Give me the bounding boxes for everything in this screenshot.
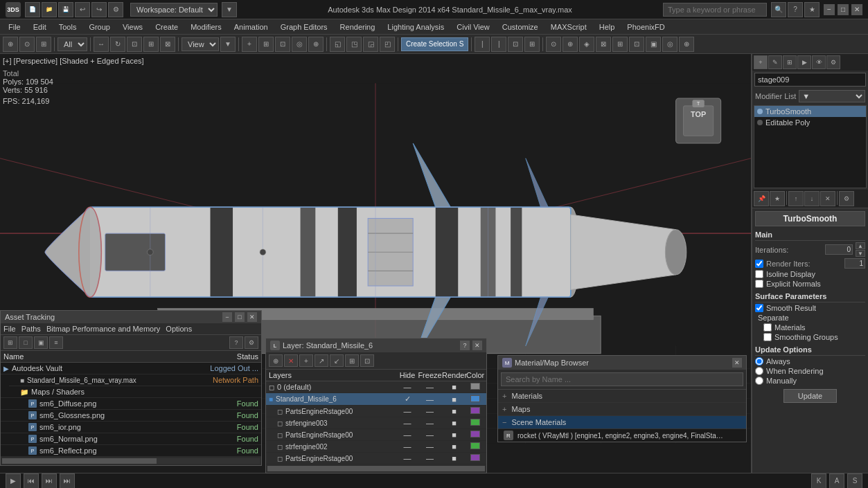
asset-maximize-btn[interactable]: □ (235, 312, 245, 322)
strfengine3-color[interactable] (466, 419, 484, 427)
isoline-checkbox[interactable] (755, 270, 763, 278)
layer-row-strfengine3[interactable]: ◻ strfengine003 — — ■ (266, 417, 486, 429)
tb-misc9-btn[interactable]: ⊞ (612, 37, 628, 52)
modifier-dropdown[interactable]: ▼ (799, 90, 865, 102)
asset-tb-btn4[interactable]: ≡ (49, 336, 63, 349)
menu-phoenixfd[interactable]: PhoenixFD (621, 21, 670, 33)
layer-close-btn[interactable]: ✕ (472, 341, 482, 350)
asset-menu-paths[interactable]: Paths (21, 325, 41, 333)
menu-help[interactable]: Help (594, 21, 621, 33)
tb-select-btn[interactable]: ⊕ (3, 37, 18, 52)
tb-rotate-btn[interactable]: ↻ (110, 37, 125, 52)
menu-customize[interactable]: Customize (497, 21, 544, 33)
rpanel-tab-create[interactable]: + (754, 55, 768, 69)
layer-help-btn[interactable]: ? (460, 341, 470, 350)
menu-graph-editors[interactable]: Graph Editors (275, 21, 333, 33)
view-dropdown[interactable]: View (181, 37, 219, 51)
smoothing-groups-checkbox[interactable] (763, 333, 772, 341)
layer-scrollbar-thumb[interactable] (267, 466, 485, 471)
tb-misc6-btn[interactable]: ⊕ (563, 37, 578, 52)
asset-settings-btn[interactable]: ⚙ (245, 336, 258, 349)
help-btn[interactable]: ? (788, 2, 803, 17)
play-btn[interactable]: ▶ (6, 473, 21, 489)
layer-tb-btn7[interactable]: ⊡ (360, 354, 374, 367)
asset-row-glossnes[interactable]: P sm6_Glossnes.png Found (1, 410, 261, 422)
tb-misc8-btn[interactable]: ⊠ (596, 37, 611, 52)
rpanel-tab-utilities[interactable]: ⚙ (826, 55, 840, 69)
tb-tool5-btn[interactable]: ⊠ (160, 37, 175, 52)
tb-misc2-btn[interactable]: | (491, 37, 506, 52)
asset-tb-btn1[interactable]: ⊞ (3, 336, 17, 349)
default-color-cell[interactable] (466, 383, 484, 391)
asset-row-vault[interactable]: ▶ Autodesk Vault Logged Out ... (1, 363, 261, 374)
layer-tb-btn6[interactable]: ⊞ (345, 354, 359, 367)
asset-row-reflect[interactable]: P sm6_Reflect.png Found (1, 445, 261, 457)
asset-menu-options[interactable]: Options (166, 325, 192, 333)
tb-obj2-btn[interactable]: ◲ (363, 37, 378, 52)
tb-snap4-btn[interactable]: ⊕ (308, 37, 324, 52)
parts1-color[interactable] (466, 407, 484, 415)
tb-move-btn[interactable]: ↔ (94, 37, 109, 52)
menu-group[interactable]: Group (83, 21, 116, 33)
rpanel-highlight-btn[interactable]: ★ (770, 191, 785, 206)
tb-misc4-btn[interactable]: ⊞ (524, 37, 540, 52)
tb-misc11-btn[interactable]: ▣ (646, 37, 661, 52)
tb-xform-btn[interactable]: + (242, 37, 257, 52)
tb-obj-btn[interactable]: ◳ (346, 37, 362, 52)
turbosmooth-section-title[interactable]: TurboSmooth (755, 211, 865, 226)
auto-key-btn[interactable]: A (829, 473, 844, 489)
tb-obj3-btn[interactable]: ◰ (380, 37, 395, 52)
tb-misc10-btn[interactable]: ⊡ (629, 37, 644, 52)
menu-rendering[interactable]: Rendering (335, 21, 381, 33)
save-btn[interactable]: 💾 (58, 2, 73, 17)
layer-tb-btn1[interactable]: ⊕ (269, 354, 283, 367)
layer-tb-btn2[interactable]: ✕ (284, 354, 298, 367)
workspace-expand-btn[interactable]: ▼ (222, 2, 237, 17)
always-radio[interactable] (755, 357, 763, 365)
workspace-dropdown[interactable]: Workspace: Default (130, 3, 218, 17)
strfengine2-color[interactable] (466, 442, 484, 451)
maximize-btn[interactable]: □ (838, 4, 849, 15)
render-iters-checkbox[interactable] (755, 260, 763, 268)
modifier-editable-poly[interactable]: Editable Poly (754, 117, 866, 128)
smooth-result-checkbox[interactable] (755, 304, 763, 312)
tb-misc3-btn[interactable]: ⊡ (508, 37, 523, 52)
iterations-up[interactable]: ▲ (856, 242, 865, 249)
asset-close-btn[interactable]: ✕ (247, 312, 257, 322)
tb-layer-btn[interactable]: ◱ (330, 37, 345, 52)
keyword-search-input[interactable] (663, 3, 767, 17)
layer-row-parts3[interactable]: ◻ PartsEngineRstage00 — — ■ (266, 453, 486, 464)
asset-row-missile-file[interactable]: ■ Standard_Missile_6_max_vray.max Networ… (9, 374, 261, 386)
key-btn[interactable]: K (811, 473, 826, 489)
mat-close-btn[interactable]: ✕ (732, 358, 742, 368)
asset-row-diffuse[interactable]: P sm6_Diffuse.png Found (1, 398, 261, 410)
asset-menu-bitmap[interactable]: Bitmap Performance and Memory (46, 325, 160, 333)
tb-misc1-btn[interactable]: | (475, 37, 490, 52)
asset-tb-btn2[interactable]: □ (19, 336, 33, 349)
layer-row-default[interactable]: ◻ 0 (default) — — ■ (266, 381, 486, 393)
rpanel-config-btn[interactable]: ⚙ (839, 191, 854, 206)
create-selection-btn[interactable]: Create Selection S (401, 37, 468, 51)
when-rendering-radio[interactable] (755, 367, 763, 375)
tb-tool4-btn[interactable]: ⊞ (143, 37, 159, 52)
layer-tb-btn3[interactable]: + (299, 354, 313, 367)
settings-btn[interactable]: ⚙ (108, 2, 123, 17)
asset-menu-file[interactable]: File (3, 325, 16, 333)
rpanel-movedown-btn[interactable]: ↓ (804, 191, 820, 206)
render-iters-input[interactable] (844, 258, 865, 269)
standard-color-cell[interactable] (466, 395, 484, 404)
rpanel-moveup-btn[interactable]: ↑ (788, 191, 804, 206)
layer-row-strfengine2[interactable]: ◻ strfengine002 — — ■ (266, 441, 486, 453)
object-name-input[interactable] (754, 73, 866, 87)
minimize-btn[interactable]: − (824, 4, 835, 15)
menu-lighting[interactable]: Lighting Analysis (382, 21, 450, 33)
mat-search-input[interactable] (501, 372, 743, 386)
iterations-input[interactable] (825, 244, 853, 255)
rpanel-tab-modify[interactable]: ✎ (768, 55, 782, 69)
layer-tb-btn5[interactable]: ↙ (330, 354, 344, 367)
update-button[interactable]: Update (783, 389, 837, 403)
asset-scrollbar[interactable] (2, 458, 260, 464)
asset-scrollbar-thumb[interactable] (2, 458, 157, 464)
layer-scrollbar[interactable] (267, 466, 485, 471)
layer-row-standard-missile[interactable]: ■ Standard_Missile_6 ✓ — ■ (266, 393, 486, 406)
